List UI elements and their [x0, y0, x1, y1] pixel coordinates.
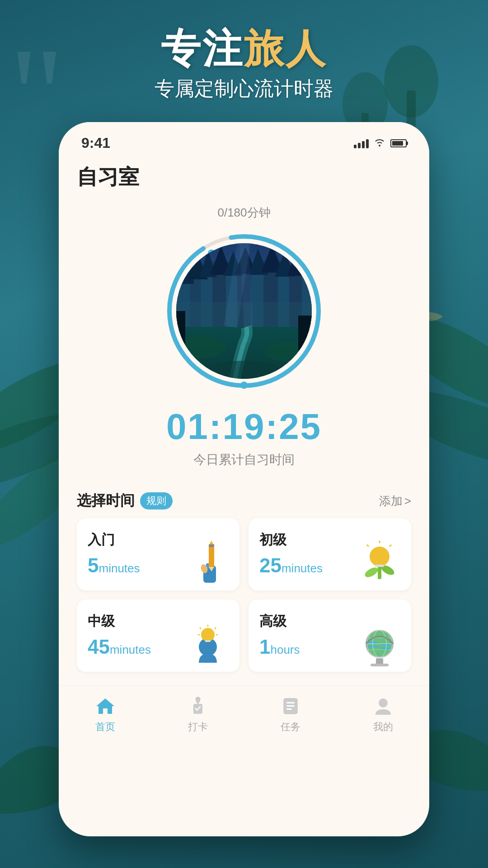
timer-sublabel: 今日累计自习时间	[193, 451, 295, 468]
globe-icon	[357, 622, 402, 667]
svg-point-50	[363, 566, 380, 579]
status-bar: 9:41	[59, 122, 429, 156]
pencil-hand-icon	[185, 541, 230, 586]
home-icon	[94, 695, 117, 717]
circular-progress[interactable]	[163, 230, 325, 392]
card-beginner[interactable]: 入门 5minutes	[77, 518, 239, 590]
time-select-title: 选择时间	[77, 491, 135, 511]
timer-display[interactable]: 01:19:25	[166, 406, 322, 448]
svg-line-61	[200, 627, 201, 629]
battery-icon	[390, 139, 407, 147]
add-button[interactable]: 添加 >	[379, 493, 411, 509]
progress-label: 0/180分钟	[217, 205, 270, 221]
svg-point-52	[370, 547, 389, 566]
nav-item-mine[interactable]: 我的	[372, 695, 394, 734]
time-select-header: 选择时间 规则 添加 >	[77, 482, 411, 518]
timer-forest-image	[176, 243, 312, 379]
svg-point-11	[240, 382, 248, 389]
nav-mine-label: 我的	[373, 720, 393, 734]
nav-item-checkin[interactable]: 打卡	[187, 695, 209, 734]
bottom-nav: 首页 打卡 任务 我的	[59, 685, 429, 747]
nav-task-label: 任务	[281, 720, 300, 734]
rules-badge[interactable]: 规则	[140, 492, 173, 509]
svg-rect-64	[205, 640, 211, 642]
timer-section: 0/180分钟	[77, 200, 411, 482]
nav-item-home[interactable]: 首页	[94, 695, 117, 734]
task-icon	[279, 695, 302, 717]
svg-rect-49	[378, 566, 381, 579]
svg-rect-44	[209, 545, 214, 568]
wifi-icon	[374, 137, 385, 149]
title-part1: 专注	[161, 26, 244, 71]
lightbulb-plant-icon	[357, 541, 402, 586]
checkin-icon	[187, 695, 209, 717]
svg-rect-77	[286, 708, 292, 710]
app-title-main: 专注旅人	[0, 27, 488, 71]
nav-checkin-label: 打卡	[188, 720, 208, 734]
time-cards-grid: 入门 5minutes	[77, 518, 411, 681]
svg-rect-65	[376, 658, 383, 665]
nav-item-task[interactable]: 任务	[279, 695, 302, 734]
head-lightbulb-icon	[185, 622, 230, 667]
svg-line-60	[215, 627, 216, 629]
mine-icon	[372, 695, 394, 717]
svg-line-54	[389, 545, 391, 547]
svg-rect-76	[286, 705, 295, 707]
top-header: 专注旅人 专属定制心流计时器	[0, 27, 488, 102]
svg-rect-75	[286, 702, 295, 703]
svg-point-78	[379, 698, 388, 708]
status-time: 9:41	[81, 135, 110, 151]
app-subtitle: 专属定制心流计时器	[0, 75, 488, 102]
phone-mockup: 9:41 自习室 0/180分钟	[59, 122, 429, 836]
card-advanced[interactable]: 高级 1hours	[249, 599, 411, 672]
card-elementary[interactable]: 初级 25minutes	[249, 518, 411, 590]
card-intermediate[interactable]: 中级 45minutes	[77, 599, 239, 672]
svg-rect-66	[371, 664, 389, 666]
time-select-left: 选择时间 规则	[77, 491, 173, 511]
signal-icon	[354, 138, 369, 148]
page-title: 自习室	[77, 156, 411, 200]
svg-rect-46	[209, 544, 214, 547]
svg-line-55	[367, 545, 369, 547]
nav-home-label: 首页	[95, 720, 115, 734]
svg-point-58	[201, 628, 215, 642]
status-icons	[354, 137, 407, 149]
app-content: 自习室 0/180分钟	[59, 156, 429, 681]
svg-rect-56	[375, 565, 384, 567]
title-part2: 旅人	[244, 26, 327, 71]
